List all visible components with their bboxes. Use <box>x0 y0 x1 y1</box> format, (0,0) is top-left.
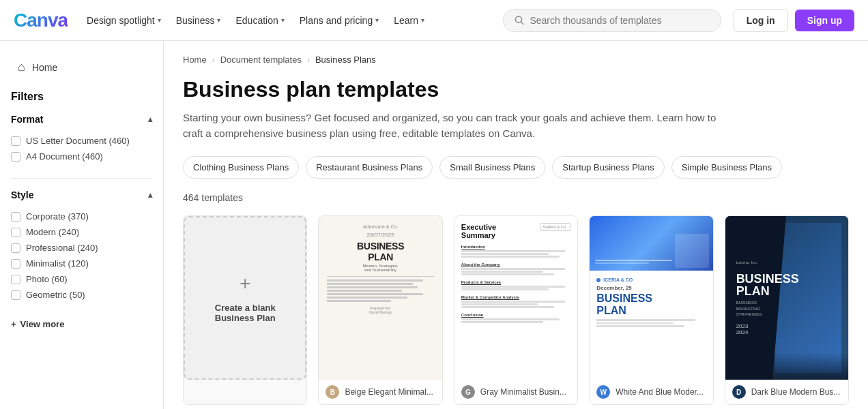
filter-professional[interactable]: Professional (240) <box>11 240 152 256</box>
tmpl-beige-content: Adamcare & Co. 28/07/2025 BUSINESSPLAN M… <box>319 216 442 380</box>
checkbox-professional[interactable] <box>11 243 20 253</box>
main-nav: Design spotlight ▾ Business ▾ Education … <box>80 11 499 30</box>
template-card-exec[interactable]: ExecutiveSummary Salford & Co. Introduct… <box>454 215 578 405</box>
filter-a4-doc[interactable]: A4 Document (460) <box>11 149 152 164</box>
main-layout: ⌂ Home Filters Format ▴ US Letter Docume… <box>0 41 868 409</box>
template-name-dark: Dark Blue Modern Bus... <box>751 387 841 397</box>
checkbox-a4-doc[interactable] <box>11 152 20 162</box>
page-description: Starting your own business? Get focused … <box>183 110 729 141</box>
template-label-dark: D Dark Blue Modern Bus... <box>725 380 848 404</box>
sidebar: ⌂ Home Filters Format ▴ US Letter Docume… <box>0 41 164 409</box>
home-icon: ⌂ <box>18 60 25 74</box>
create-blank-card[interactable]: + Create a blank Business Plan <box>183 215 307 405</box>
checkbox-corporate[interactable] <box>11 212 20 222</box>
template-name-exec: Gray Minimalist Busin... <box>480 387 566 397</box>
canva-logo[interactable]: Canva <box>14 10 68 31</box>
template-card-blue[interactable]: ICERIA & CO December, 25 BUSINESSPLAN W … <box>589 215 713 405</box>
chevron-down-icon: ▾ <box>217 16 220 24</box>
template-card-dark[interactable]: Larona, Inc. BUSINESSPLAN BUSINESSMARKET… <box>725 215 849 405</box>
nav-design-spotlight[interactable]: Design spotlight ▾ <box>80 11 168 30</box>
login-button[interactable]: Log in <box>734 9 788 32</box>
search-bar <box>503 9 721 32</box>
header: Canva Design spotlight ▾ Business ▾ Educ… <box>0 0 868 41</box>
template-label-beige: B Beige Elegant Minimal... <box>319 380 442 404</box>
chevron-down-icon: ▾ <box>281 16 285 24</box>
search-icon <box>515 15 525 26</box>
checkbox-geometric[interactable] <box>11 290 20 300</box>
filter-us-letter[interactable]: US Letter Document (460) <box>11 133 152 149</box>
filter-geometric[interactable]: Geometric (50) <box>11 287 152 303</box>
template-thumbnail-beige: Adamcare & Co. 28/07/2025 BUSINESSPLAN M… <box>319 216 442 380</box>
tag-small-business[interactable]: Small Business Plans <box>439 156 545 179</box>
chevron-down-icon: ▾ <box>375 16 379 24</box>
breadcrumb-sep-1: › <box>212 55 215 65</box>
template-icon-dark: D <box>732 385 746 399</box>
chevron-down-icon: ▾ <box>421 16 424 24</box>
create-blank-label: Create a blank Business Plan <box>185 303 305 323</box>
template-name-blue: White And Blue Moder... <box>616 387 704 397</box>
nav-business[interactable]: Business ▾ <box>169 11 228 30</box>
filter-modern[interactable]: Modern (240) <box>11 224 152 240</box>
template-grid: + Create a blank Business Plan Adamcare … <box>183 215 849 405</box>
template-icon-blue: W <box>596 385 610 399</box>
tag-startup[interactable]: Startup Business Plans <box>552 156 664 179</box>
breadcrumb-home[interactable]: Home <box>183 55 207 65</box>
template-label-blue: W White And Blue Moder... <box>590 380 712 404</box>
tmpl-dark-content: Larona, Inc. BUSINESSPLAN BUSINESSMARKET… <box>725 216 848 380</box>
template-card-beige[interactable]: Adamcare & Co. 28/07/2025 BUSINESSPLAN M… <box>318 215 442 405</box>
filter-minimalist[interactable]: Minimalist (120) <box>11 256 152 271</box>
style-section-header[interactable]: Style ▴ <box>11 190 152 200</box>
template-label-exec: G Gray Minimalist Busin... <box>454 380 577 404</box>
breadcrumb-sep-2: › <box>307 55 310 65</box>
template-name-beige: Beige Elegant Minimal... <box>345 387 433 397</box>
nav-education[interactable]: Education ▾ <box>229 11 291 30</box>
results-count: 464 templates <box>183 192 849 203</box>
checkbox-minimalist[interactable] <box>11 259 20 269</box>
filter-section-style: Style ▴ Corporate (370) Modern (240) Pro… <box>11 190 152 303</box>
divider <box>11 178 152 179</box>
tag-simple[interactable]: Simple Business Plans <box>671 156 782 179</box>
search-input[interactable] <box>530 15 709 26</box>
chevron-up-icon: ▴ <box>148 115 152 124</box>
tag-restaurant[interactable]: Restaurant Business Plans <box>306 156 433 179</box>
tag-filters: Clothing Business Plans Restaurant Busin… <box>183 156 849 179</box>
chevron-down-icon: ▾ <box>158 16 161 24</box>
template-thumbnail-blue: ICERIA & CO December, 25 BUSINESSPLAN <box>590 216 712 380</box>
breadcrumb-doc-templates[interactable]: Document templates <box>220 55 302 65</box>
filters-title: Filters <box>11 91 152 103</box>
main-content: Home › Document templates › Business Pla… <box>164 41 868 409</box>
nav-learn[interactable]: Learn ▾ <box>387 11 431 30</box>
view-more-button[interactable]: + View more <box>11 316 152 332</box>
page-title: Business plan templates <box>183 77 849 102</box>
format-section-header[interactable]: Format ▴ <box>11 114 152 125</box>
checkbox-modern[interactable] <box>11 228 20 237</box>
signup-button[interactable]: Sign up <box>795 10 854 31</box>
create-blank-inner[interactable]: + Create a blank Business Plan <box>184 216 306 380</box>
filter-photo[interactable]: Photo (60) <box>11 271 152 287</box>
breadcrumb: Home › Document templates › Business Pla… <box>183 55 849 65</box>
filter-section-format: Format ▴ US Letter Document (460) A4 Doc… <box>11 114 152 164</box>
template-thumbnail-dark: Larona, Inc. BUSINESSPLAN BUSINESSMARKET… <box>725 216 848 380</box>
tmpl-exec-content: ExecutiveSummary Salford & Co. Introduct… <box>454 216 577 380</box>
filter-corporate[interactable]: Corporate (370) <box>11 209 152 224</box>
checkbox-us-letter[interactable] <box>11 136 20 146</box>
chevron-up-icon: ▴ <box>148 190 152 200</box>
tmpl-blue-content: ICERIA & CO December, 25 BUSINESSPLAN <box>590 216 712 380</box>
nav-plans-pricing[interactable]: Plans and pricing ▾ <box>293 11 386 30</box>
plus-icon: + <box>240 273 250 294</box>
template-icon-exec: G <box>461 385 475 399</box>
breadcrumb-current: Business Plans <box>315 55 376 65</box>
template-thumbnail-exec: ExecutiveSummary Salford & Co. Introduct… <box>454 216 577 380</box>
checkbox-photo[interactable] <box>11 275 20 284</box>
header-actions: Log in Sign up <box>734 9 854 32</box>
tag-clothing[interactable]: Clothing Business Plans <box>183 156 299 179</box>
sidebar-home[interactable]: ⌂ Home <box>11 55 152 80</box>
template-icon-beige: B <box>326 385 339 399</box>
